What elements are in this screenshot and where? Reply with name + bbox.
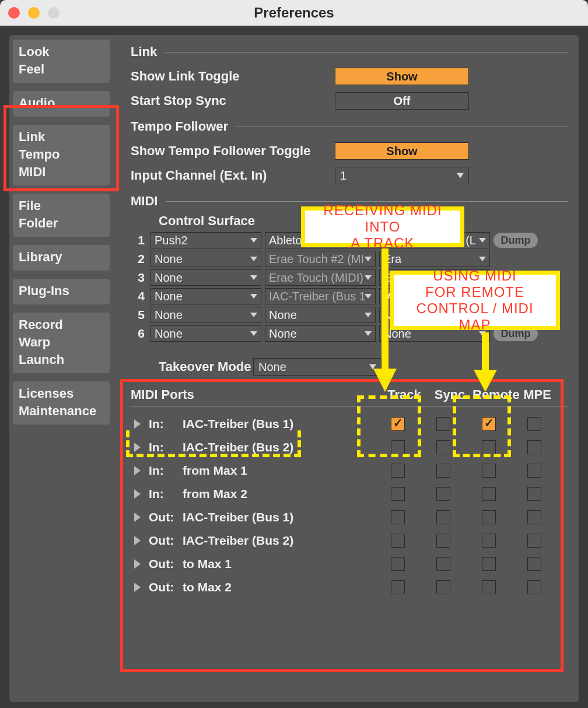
checkbox-sync[interactable]	[436, 487, 450, 501]
dump-button[interactable]: Dump	[494, 233, 538, 248]
expand-icon[interactable]	[134, 536, 141, 545]
dropdown-control-surface[interactable]: Push2	[150, 232, 261, 248]
checkbox-track[interactable]	[391, 417, 405, 431]
annotation-callout-remote: USING MIDI FOR REMOTE CONTROL / MIDI MAP	[390, 271, 560, 330]
chevron-down-icon	[250, 294, 257, 299]
sidebar-group-file[interactable]: File Folder	[13, 194, 110, 237]
row-show-link-toggle: Show Link Toggle Show	[131, 64, 568, 89]
toggle-show-tf[interactable]: Show	[335, 142, 469, 160]
midi-ports-header: MIDI Ports Track Sync Remote MPE	[131, 387, 568, 402]
port-checkboxes	[375, 440, 557, 454]
dropdown-control-surface[interactable]: None	[150, 269, 261, 286]
sidebar-item-look: Look	[19, 43, 105, 61]
sidebar-item-maintenance: Maintenance	[19, 402, 105, 420]
checkbox-sync[interactable]	[436, 534, 450, 548]
checkbox-mpe[interactable]	[527, 487, 541, 501]
checkbox-sync[interactable]	[436, 510, 450, 524]
checkbox-track[interactable]	[391, 557, 405, 571]
row-show-tf-toggle: Show Tempo Follower Toggle Show	[131, 139, 568, 163]
checkbox-sync[interactable]	[436, 417, 450, 431]
port-name: from Max 1	[183, 464, 375, 478]
sidebar-item-link: Link	[19, 128, 105, 146]
dropdown-cs-input[interactable]: IAC-Treiber (Bus 1	[265, 288, 376, 304]
checkbox-remote[interactable]	[482, 557, 496, 571]
checkbox-remote[interactable]	[482, 464, 496, 478]
checkbox-track[interactable]	[391, 580, 405, 594]
dropdown-takeover[interactable]: None	[253, 358, 382, 376]
midi-port-row: In:IAC-Treiber (Bus 1)	[131, 412, 568, 436]
dropdown-control-surface[interactable]: None	[150, 288, 261, 304]
checkbox-mpe[interactable]	[527, 510, 541, 524]
checkbox-sync[interactable]	[436, 557, 450, 571]
chevron-down-icon	[250, 275, 257, 280]
checkbox-remote[interactable]	[482, 487, 496, 501]
toggle-start-stop-sync[interactable]: Off	[335, 92, 469, 110]
checkbox-mpe[interactable]	[527, 464, 541, 478]
col-mpe: MPE	[518, 387, 556, 402]
checkbox-track[interactable]	[391, 464, 405, 478]
checkbox-remote[interactable]	[482, 510, 496, 524]
cs-row-number: 2	[131, 252, 147, 266]
checkbox-track[interactable]	[391, 534, 405, 548]
preferences-panel: Look Feel Audio Link Tempo MIDI File Fol…	[9, 35, 579, 702]
midi-port-row: In:from Max 2	[131, 482, 568, 506]
section-link: Link	[131, 44, 568, 59]
expand-icon[interactable]	[134, 419, 141, 429]
checkbox-mpe[interactable]	[527, 580, 541, 594]
chevron-down-icon	[250, 313, 257, 317]
dropdown-cs-input[interactable]: Erae Touch #2 (MI	[265, 251, 376, 267]
dropdown-control-surface[interactable]: None	[150, 251, 261, 267]
sidebar-item-tempo: Tempo	[19, 146, 105, 163]
divider	[165, 52, 568, 52]
dropdown-input-channel[interactable]: 1	[335, 167, 469, 184]
expand-icon[interactable]	[134, 583, 141, 592]
dropdown-cs-input[interactable]: Erae Touch (MIDI)	[265, 269, 376, 286]
checkbox-mpe[interactable]	[527, 440, 541, 454]
chevron-down-icon	[250, 238, 257, 243]
checkbox-track[interactable]	[391, 487, 405, 501]
checkbox-sync[interactable]	[436, 464, 450, 478]
checkbox-mpe[interactable]	[527, 557, 541, 571]
row-input-channel: Input Channel (Ext. In) 1	[131, 163, 568, 188]
checkbox-remote[interactable]	[482, 534, 496, 548]
expand-icon[interactable]	[134, 559, 141, 569]
dropdown-cs-input[interactable]: None	[265, 325, 376, 342]
close-icon[interactable]	[8, 7, 20, 19]
window-body: Look Feel Audio Link Tempo MIDI File Fol…	[0, 26, 588, 708]
sidebar-group-link-midi[interactable]: Link Tempo MIDI	[13, 125, 110, 185]
checkbox-remote[interactable]	[482, 440, 496, 454]
sidebar-group-plugins[interactable]: Plug-Ins	[13, 279, 110, 304]
expand-icon[interactable]	[134, 443, 141, 452]
dropdown-control-surface[interactable]: None	[150, 325, 261, 342]
expand-icon[interactable]	[134, 489, 141, 499]
sidebar-group-look[interactable]: Look Feel	[13, 40, 110, 83]
port-direction: Out:	[149, 580, 183, 594]
minimize-icon[interactable]	[28, 7, 40, 19]
sidebar-group-library[interactable]: Library	[13, 245, 110, 271]
checkbox-track[interactable]	[391, 510, 405, 524]
toggle-show-link[interactable]: Show	[335, 68, 469, 85]
dropdown-cs-input[interactable]: None	[265, 307, 376, 323]
dropdown-control-surface[interactable]: None	[150, 307, 261, 323]
expand-icon[interactable]	[134, 466, 141, 475]
sidebar-group-record[interactable]: Record Warp Launch	[13, 313, 110, 373]
control-surface-row: 2NoneErae Touch #2 (MIEra	[131, 250, 568, 268]
checkbox-track[interactable]	[391, 440, 405, 454]
checkbox-sync[interactable]	[436, 580, 450, 594]
chevron-down-icon	[365, 331, 372, 336]
sidebar-group-audio[interactable]: Audio	[13, 91, 110, 117]
sidebar-group-licenses[interactable]: Licenses Maintenance	[13, 381, 110, 425]
cs-row-number: 5	[131, 308, 147, 322]
checkbox-remote[interactable]	[482, 580, 496, 594]
checkbox-sync[interactable]	[436, 440, 450, 454]
checkbox-remote[interactable]	[482, 417, 496, 431]
divider	[166, 201, 568, 202]
dropdown-cs-output[interactable]: Era	[379, 251, 490, 267]
expand-icon[interactable]	[134, 513, 141, 522]
checkbox-mpe[interactable]	[527, 534, 541, 548]
section-tf-label: Tempo Follower	[131, 119, 228, 134]
port-checkboxes	[375, 510, 557, 524]
maximize-icon[interactable]	[48, 7, 60, 19]
sidebar-item-record: Record	[19, 316, 105, 334]
checkbox-mpe[interactable]	[527, 417, 541, 431]
